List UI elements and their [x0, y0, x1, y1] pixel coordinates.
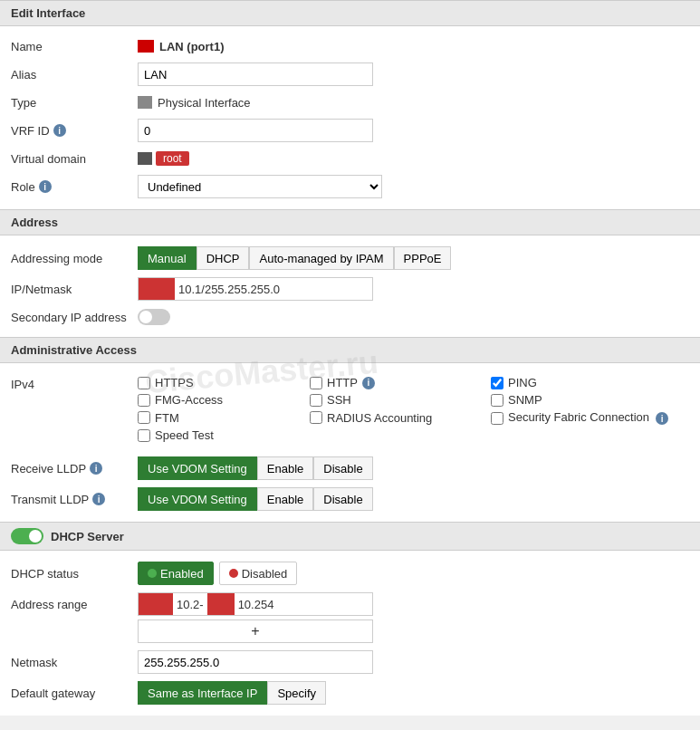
- addr-mode-value: Manual DHCP Auto-managed by IPAM PPPoE: [138, 246, 689, 270]
- checkbox-security-fabric-input[interactable]: [491, 412, 503, 425]
- dhcp-status-label: DHCP status: [11, 567, 138, 581]
- role-value: Undefined LAN WAN DMZ: [138, 175, 689, 198]
- receive-lldp-info-icon[interactable]: i: [90, 462, 102, 475]
- secondary-ip-label: Secondary IP address: [11, 311, 138, 324]
- checkbox-ssh-input[interactable]: [310, 394, 322, 407]
- checkbox-fmg-input[interactable]: [138, 394, 150, 407]
- receive-lldp-label: Receive LLDP i: [11, 462, 138, 475]
- checkbox-security-fabric-label: Security Fabric Connection: [508, 410, 649, 424]
- checkbox-ssh-label: SSH: [327, 393, 351, 407]
- http-info-icon[interactable]: i: [362, 377, 375, 389]
- checkbox-ping[interactable]: PING: [491, 376, 672, 389]
- receive-lldp-disable[interactable]: Disable: [313, 456, 372, 480]
- type-text: Physical Interface: [158, 96, 251, 110]
- dhcp-disabled-btn[interactable]: Disabled: [219, 562, 298, 585]
- dhcp-enabled-btn[interactable]: Enabled: [138, 562, 214, 585]
- checkbox-radius-input[interactable]: [310, 411, 322, 424]
- checkbox-speed-test-label: Speed Test: [155, 428, 214, 442]
- gw-specify[interactable]: Specify: [267, 681, 326, 705]
- admin-section-header: Administrative Access: [0, 337, 700, 363]
- secondary-ip-toggle[interactable]: [138, 309, 170, 325]
- vdomain-value: root: [138, 151, 689, 166]
- gw-same-as-interface[interactable]: Same as Interface IP: [138, 681, 267, 705]
- addr-range-value: 10.2- 10.254: [138, 592, 373, 616]
- transmit-lldp-label: Transmit LLDP i: [11, 493, 138, 506]
- name-text: LAN (port1): [159, 40, 225, 53]
- type-row: Type Physical Interface: [11, 90, 689, 115]
- netmask-label: Netmask: [11, 656, 138, 669]
- type-icon: [138, 96, 152, 109]
- vrf-info-icon[interactable]: i: [53, 124, 66, 137]
- name-row: Name LAN (port1): [11, 34, 689, 59]
- receive-lldp-enable[interactable]: Enable: [257, 456, 313, 480]
- checkbox-fmg-label: FMG-Access: [155, 393, 223, 407]
- transmit-lldp-btn-group: Use VDOM Setting Enable Disable: [138, 487, 373, 511]
- checkbox-ping-input[interactable]: [491, 377, 503, 389]
- dhcp-server-toggle[interactable]: [11, 528, 43, 544]
- checkbox-radius[interactable]: RADIUS Accounting: [310, 410, 491, 425]
- addr-range-red2: [207, 593, 235, 615]
- checkbox-snmp[interactable]: SNMP: [491, 393, 672, 407]
- gateway-btn-group: Same as Interface IP Specify: [138, 681, 326, 705]
- addr-mode-group: Manual DHCP Auto-managed by IPAM PPPoE: [138, 246, 451, 270]
- address-section-header: Address: [0, 209, 700, 235]
- dhcp-section-header: DHCP Server: [0, 522, 700, 551]
- netmask-value: [138, 650, 689, 674]
- vrf-row: VRF ID i: [11, 115, 689, 146]
- checkbox-security-fabric[interactable]: Security Fabric Connection i: [491, 410, 672, 425]
- page-title: Edit Interface: [0, 0, 700, 26]
- checkbox-speed-test-input[interactable]: [138, 429, 150, 442]
- ip-rest-part: 10.1/255.255.255.0: [175, 283, 372, 296]
- role-info-icon[interactable]: i: [39, 180, 52, 193]
- role-row: Role i Undefined LAN WAN DMZ: [11, 171, 689, 202]
- transmit-lldp-row: Transmit LLDP i Use VDOM Setting Enable …: [11, 484, 689, 514]
- netmask-input[interactable]: [138, 650, 373, 674]
- interface-icon: [138, 40, 154, 53]
- receive-lldp-vdom[interactable]: Use VDOM Setting: [138, 456, 257, 480]
- security-fabric-info-icon[interactable]: i: [656, 412, 668, 425]
- vrf-input[interactable]: [138, 119, 373, 142]
- alias-input[interactable]: [138, 62, 373, 86]
- role-label: Role i: [11, 180, 138, 194]
- checkbox-https[interactable]: HTTPS: [138, 376, 310, 389]
- checkbox-ping-label: PING: [508, 376, 537, 389]
- default-gateway-label: Default gateway: [11, 687, 138, 700]
- checkbox-https-input[interactable]: [138, 377, 150, 389]
- addr-mode-pppoe[interactable]: PPPoE: [394, 246, 452, 270]
- receive-lldp-value: Use VDOM Setting Enable Disable: [138, 456, 689, 480]
- addr-range-field[interactable]: 10.2- 10.254: [138, 592, 373, 616]
- checkbox-snmp-input[interactable]: [491, 394, 503, 407]
- checkbox-http-label: HTTP: [327, 376, 358, 389]
- checkbox-ftm-input[interactable]: [138, 411, 150, 424]
- name-label: Name: [11, 40, 138, 53]
- transmit-lldp-info-icon[interactable]: i: [92, 493, 105, 505]
- addr-mode-dhcp[interactable]: DHCP: [197, 246, 250, 270]
- add-range-btn[interactable]: +: [138, 620, 373, 643]
- checkbox-https-label: HTTPS: [155, 376, 194, 389]
- ip-field[interactable]: 10.1/255.255.255.0: [138, 277, 373, 301]
- checkbox-http-input[interactable]: [310, 377, 322, 389]
- transmit-lldp-vdom[interactable]: Use VDOM Setting: [138, 487, 257, 511]
- ip-netmask-row: IP/Netmask 10.1/255.255.255.0: [11, 274, 689, 304]
- alias-row: Alias: [11, 59, 689, 90]
- type-value: Physical Interface: [138, 96, 689, 110]
- admin-ipv4-row: IPv4 HTTPS HTTP i PING: [11, 370, 689, 453]
- transmit-lldp-disable[interactable]: Disable: [313, 487, 372, 511]
- role-select[interactable]: Undefined LAN WAN DMZ: [138, 175, 382, 198]
- secondary-ip-row: Secondary IP address: [11, 304, 689, 330]
- type-label: Type: [11, 96, 138, 110]
- checkbox-ftm-label: FTM: [155, 411, 179, 425]
- checkbox-speed-test[interactable]: Speed Test: [138, 428, 689, 442]
- checkbox-http[interactable]: HTTP i: [310, 376, 491, 389]
- checkbox-ftm[interactable]: FTM: [138, 410, 310, 425]
- alias-label: Alias: [11, 68, 138, 82]
- addr-mode-row: Addressing mode Manual DHCP Auto-managed…: [11, 243, 689, 274]
- checkbox-fmg[interactable]: FMG-Access: [138, 393, 310, 407]
- transmit-lldp-enable[interactable]: Enable: [257, 487, 313, 511]
- addr-mode-ipam[interactable]: Auto-managed by IPAM: [249, 246, 393, 270]
- checkbox-ssh[interactable]: SSH: [310, 393, 491, 407]
- addr-mode-manual[interactable]: Manual: [138, 246, 197, 270]
- speed-test-row: Speed Test: [138, 428, 689, 442]
- disabled-dot: [229, 569, 238, 578]
- default-gateway-value: Same as Interface IP Specify: [138, 681, 689, 705]
